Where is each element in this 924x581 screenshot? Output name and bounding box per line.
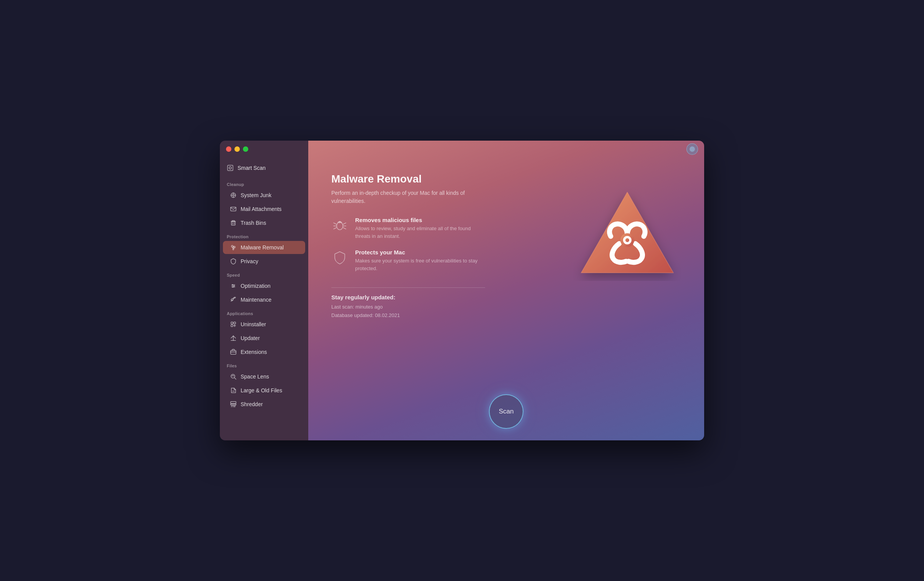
biohazard-illustration	[573, 181, 681, 288]
system-junk-icon	[230, 192, 237, 199]
updater-icon	[230, 335, 237, 342]
sidebar-item-uninstaller[interactable]: Uninstaller	[223, 318, 305, 331]
svg-point-16	[232, 284, 233, 286]
scan-button[interactable]: Scan	[489, 394, 523, 429]
maximize-button[interactable]	[243, 146, 248, 152]
svg-rect-9	[231, 222, 235, 225]
section-label-cleanup: Cleanup	[220, 178, 308, 188]
svg-point-1	[229, 167, 231, 169]
close-button[interactable]	[226, 146, 231, 152]
sidebar-item-shredder[interactable]: Shredder	[223, 398, 305, 411]
svg-line-30	[234, 378, 236, 379]
section-label-speed: Speed	[220, 268, 308, 279]
svg-line-34	[231, 405, 232, 407]
user-avatar-button[interactable]	[686, 143, 698, 155]
privacy-icon	[230, 258, 237, 265]
sidebar-item-space-lens[interactable]: Space Lens	[223, 370, 305, 383]
svg-rect-8	[231, 207, 236, 211]
sidebar-item-system-junk[interactable]: System Junk	[223, 189, 305, 202]
section-label-applications: Applications	[220, 307, 308, 317]
sidebar-item-optimization[interactable]: Optimization	[223, 279, 305, 292]
space-lens-icon	[230, 373, 237, 380]
sidebar-item-large-old-files[interactable]: Large & Old Files	[223, 384, 305, 397]
large-files-icon	[230, 387, 237, 394]
maintenance-icon	[230, 296, 237, 303]
sidebar-item-updater[interactable]: Updater	[223, 332, 305, 345]
svg-point-50	[625, 238, 629, 242]
page-subtitle: Perform an in-depth checkup of your Mac …	[331, 189, 466, 205]
sidebar-item-extensions[interactable]: Extensions	[223, 345, 305, 359]
sidebar: Smart Scan Cleanup System Junk	[220, 141, 308, 440]
svg-point-3	[233, 194, 234, 196]
feature-text-malicious: Removes malicious files Allows to review…	[355, 217, 478, 240]
titlebar	[220, 141, 704, 158]
svg-rect-20	[231, 322, 233, 324]
divider	[331, 287, 485, 288]
sidebar-item-malware-removal[interactable]: Malware Removal	[223, 241, 305, 254]
shredder-icon	[230, 401, 237, 408]
svg-line-39	[334, 223, 337, 224]
optimization-icon	[230, 282, 237, 289]
minimize-button[interactable]	[234, 146, 240, 152]
svg-line-42	[343, 223, 346, 224]
shield-icon	[331, 249, 348, 266]
svg-rect-22	[231, 325, 233, 327]
update-section: Stay regularly updated: Last scan: minut…	[331, 294, 681, 320]
svg-point-38	[337, 222, 343, 230]
scan-button-container: Scan	[489, 394, 523, 429]
biohazard-small-icon	[230, 244, 237, 251]
svg-rect-0	[228, 165, 233, 171]
section-label-protection: Protection	[220, 230, 308, 241]
sidebar-item-trash-bins[interactable]: Trash Bins	[223, 216, 305, 229]
sidebar-item-maintenance[interactable]: Maintenance	[223, 293, 305, 306]
main-content-area: Malware Removal Perform an in-depth chec…	[308, 141, 704, 440]
sidebar-item-mail-attachments[interactable]: Mail Attachments	[223, 203, 305, 216]
svg-point-17	[234, 286, 235, 287]
sidebar-item-smart-scan[interactable]: Smart Scan	[220, 161, 308, 175]
svg-line-41	[334, 227, 337, 229]
sidebar-item-privacy[interactable]: Privacy	[223, 255, 305, 268]
svg-line-44	[343, 227, 346, 229]
extensions-icon	[230, 349, 237, 355]
uninstaller-icon	[230, 321, 237, 328]
bug-icon	[331, 217, 348, 234]
last-scan-info: Last scan: minutes ago Database updated:…	[331, 303, 681, 320]
smart-scan-icon	[227, 164, 234, 171]
svg-rect-27	[231, 350, 236, 354]
traffic-lights	[226, 146, 248, 152]
section-label-files: Files	[220, 359, 308, 370]
app-window: Smart Scan Cleanup System Junk	[220, 141, 704, 440]
trash-icon	[230, 219, 237, 226]
svg-rect-32	[231, 402, 236, 403]
svg-rect-33	[231, 404, 236, 405]
svg-rect-21	[234, 322, 236, 324]
feature-text-protects: Protects your Mac Makes sure your system…	[355, 249, 478, 272]
svg-point-18	[233, 287, 234, 288]
mail-icon	[230, 206, 237, 212]
svg-line-37	[235, 405, 235, 407]
